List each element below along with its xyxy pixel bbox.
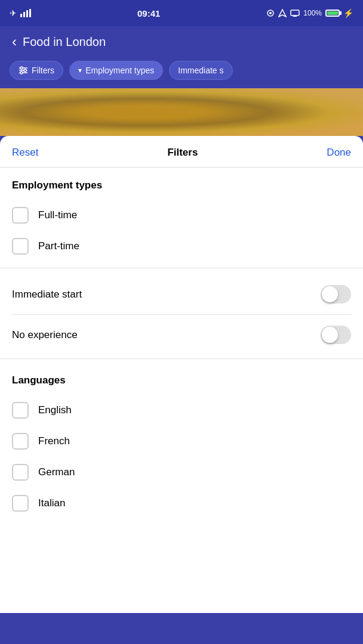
italian-label: Italian xyxy=(38,497,65,509)
back-button[interactable]: ‹ xyxy=(12,33,17,50)
english-label: English xyxy=(38,404,72,416)
svg-rect-2 xyxy=(26,10,28,17)
italian-item[interactable]: Italian xyxy=(12,488,351,519)
immediate-start-label: Immediate start xyxy=(12,289,82,301)
svg-rect-1 xyxy=(23,12,25,17)
german-item[interactable]: German xyxy=(12,457,351,488)
german-checkbox[interactable] xyxy=(12,464,29,481)
languages-heading: Languages xyxy=(12,374,351,386)
immediate-start-toggle[interactable] xyxy=(321,285,351,304)
status-right: 100% ⚡ xyxy=(266,8,353,18)
signal-icon xyxy=(20,9,31,17)
immediate-start-knob xyxy=(322,286,338,302)
navigation-icon xyxy=(278,9,287,17)
languages-section: Languages English French German Italian xyxy=(0,363,363,519)
french-label: French xyxy=(38,435,70,447)
filters-pill[interactable]: Filters xyxy=(10,61,63,80)
sheet-header: Reset Filters Done xyxy=(0,136,363,168)
no-experience-toggle[interactable] xyxy=(321,326,351,344)
no-experience-knob xyxy=(322,327,338,343)
chevron-down-icon: ▾ xyxy=(78,66,82,75)
charging-icon: ⚡ xyxy=(343,8,353,18)
filter-bar: Filters ▾ Employment types Immediate s xyxy=(0,56,363,88)
sheet-title: Filters xyxy=(167,147,198,159)
svg-rect-7 xyxy=(291,10,299,16)
reset-button[interactable]: Reset xyxy=(12,147,38,159)
german-label: German xyxy=(38,466,75,478)
svg-point-5 xyxy=(269,12,272,14)
employment-types-pill-label: Employment types xyxy=(85,66,154,75)
status-left: ✈ xyxy=(10,8,31,18)
filter-icon xyxy=(19,66,28,75)
french-checkbox[interactable] xyxy=(12,433,29,450)
svg-rect-3 xyxy=(29,9,31,17)
battery-icon xyxy=(325,10,340,17)
svg-rect-8 xyxy=(293,16,297,17)
bottom-sheet: Reset Filters Done Employment types Full… xyxy=(0,136,363,613)
screen-icon xyxy=(290,10,300,17)
svg-point-14 xyxy=(20,72,23,74)
done-button[interactable]: Done xyxy=(327,147,351,159)
divider-1 xyxy=(0,268,363,268)
english-item[interactable]: English xyxy=(12,395,351,426)
filters-pill-label: Filters xyxy=(32,66,54,75)
airplane-icon: ✈ xyxy=(10,8,17,18)
english-checkbox[interactable] xyxy=(12,402,29,419)
battery-percent: 100% xyxy=(303,9,322,17)
page-title: Food in London xyxy=(23,35,106,49)
immediate-start-row: Immediate start xyxy=(0,274,363,314)
svg-marker-6 xyxy=(279,10,286,17)
no-experience-label: No experience xyxy=(12,329,78,341)
svg-point-12 xyxy=(20,67,23,69)
full-time-item[interactable]: Full-time xyxy=(12,200,351,231)
svg-point-13 xyxy=(24,69,26,72)
italian-checkbox[interactable] xyxy=(12,495,29,512)
svg-rect-0 xyxy=(20,14,22,17)
food-image xyxy=(0,88,363,136)
part-time-item[interactable]: Part-time xyxy=(12,231,351,262)
employment-types-pill[interactable]: ▾ Employment types xyxy=(69,61,163,80)
divider-3 xyxy=(0,358,363,359)
immediate-pill[interactable]: Immediate s xyxy=(169,61,232,80)
employment-types-heading: Employment types xyxy=(12,179,351,191)
status-time: 09:41 xyxy=(137,8,160,18)
location-icon xyxy=(266,9,275,17)
no-experience-row: No experience xyxy=(0,315,363,355)
part-time-label: Part-time xyxy=(38,240,79,252)
food-image-preview xyxy=(0,88,363,136)
status-bar: ✈ 09:41 100% ⚡ xyxy=(0,0,363,26)
full-time-label: Full-time xyxy=(38,209,77,221)
french-item[interactable]: French xyxy=(12,426,351,457)
employment-types-section: Employment types Full-time Part-time xyxy=(0,168,363,262)
immediate-pill-label: Immediate s xyxy=(178,66,223,75)
top-header: ‹ Food in London xyxy=(0,26,363,56)
part-time-checkbox[interactable] xyxy=(12,238,29,255)
full-time-checkbox[interactable] xyxy=(12,207,29,224)
